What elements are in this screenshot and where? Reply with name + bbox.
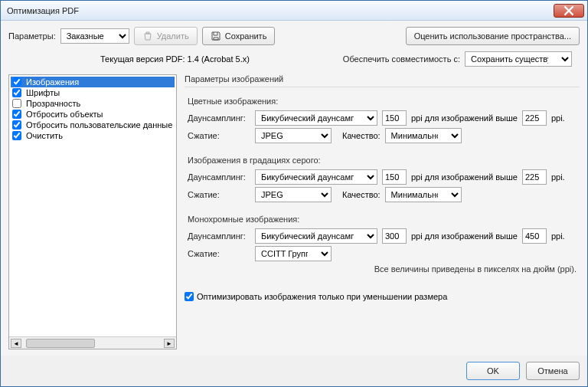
mono-dpi-input[interactable] — [382, 228, 407, 244]
sidebar-item[interactable]: Отбросить пользовательские данные — [11, 120, 175, 130]
params-label: Параметры: — [8, 31, 56, 41]
panel-title: Параметры изображений — [185, 74, 580, 84]
audit-button[interactable]: Оценить использование пространства... — [406, 27, 580, 45]
sidebar-item-checkbox[interactable] — [12, 88, 21, 97]
sidebar-item-checkbox[interactable] — [12, 131, 21, 140]
gray-dpi-input[interactable] — [382, 169, 407, 185]
color-quality-select[interactable]: Минимальное — [385, 128, 462, 143]
gray-compress-select[interactable]: JPEG — [255, 187, 332, 202]
save-icon — [211, 31, 221, 41]
sidebar-item[interactable]: Изображения — [11, 77, 175, 87]
window-title: Оптимизация PDF — [7, 6, 79, 15]
compress-label: Сжатие: — [188, 131, 250, 140]
color-dpi-input[interactable] — [382, 110, 407, 126]
color-downsample-select[interactable]: Бикубический даунсамплинг — [255, 110, 377, 126]
sidebar-item-label: Изображения — [26, 77, 79, 87]
mono-compress-select[interactable]: CCITT Группа 4 — [255, 246, 332, 261]
mono-above-input[interactable] — [522, 228, 547, 244]
close-icon — [564, 5, 574, 16]
compat-select[interactable]: Сохранить существующ — [465, 51, 572, 67]
color-compress-select[interactable]: JPEG — [255, 128, 332, 143]
downsample-label: Даунсамплинг: — [188, 113, 250, 123]
hscrollbar[interactable]: ◄ ► — [9, 336, 176, 349]
sidebar-item[interactable]: Отбросить объекты — [11, 109, 175, 120]
trash-icon — [142, 31, 153, 41]
sidebar-item-label: Очистить — [26, 131, 63, 140]
mono-downsample-select[interactable]: Бикубический даунсамплинг — [255, 228, 377, 244]
gray-downsample-select[interactable]: Бикубический даунсамплинг — [255, 169, 377, 185]
optimize-only-smaller-row[interactable]: Оптимизировать изображения только при ум… — [185, 292, 580, 301]
ppi-for-above-text: ppi для изображений выше — [411, 172, 518, 182]
pdf-version-text: Текущая версия PDF: 1.4 (Acrobat 5.x) — [100, 54, 250, 64]
sidebar-item-label: Отбросить объекты — [26, 110, 103, 119]
ppi-footnote: Все величины приведены в пикселях на дюй… — [188, 264, 577, 274]
optimize-only-smaller-checkbox[interactable] — [185, 292, 194, 301]
close-button[interactable] — [554, 4, 584, 18]
ppi-text: ppi. — [551, 172, 565, 182]
compress-label: Сжатие: — [188, 249, 250, 258]
quality-label: Качество: — [342, 190, 381, 199]
gray-above-input[interactable] — [522, 169, 547, 185]
color-above-input[interactable] — [522, 110, 547, 126]
ppi-text: ppi. — [551, 113, 565, 123]
sidebar-item-label: Прозрачность — [26, 99, 80, 108]
category-list-inner: ИзображенияШрифтыПрозрачностьОтбросить о… — [9, 75, 176, 336]
sidebar-item[interactable]: Очистить — [11, 130, 175, 141]
sidebar-item[interactable]: Прозрачность — [11, 98, 175, 109]
compress-label: Сжатие: — [188, 190, 250, 199]
dialog-window: Оптимизация PDF Параметры: Заказные Удал… — [0, 0, 588, 387]
scroll-right-arrow[interactable]: ► — [164, 339, 175, 348]
ok-button[interactable]: OK — [466, 362, 520, 380]
sidebar-item-checkbox[interactable] — [12, 120, 21, 130]
subheader: Текущая версия PDF: 1.4 (Acrobat 5.x) Об… — [8, 50, 580, 70]
quality-label: Качество: — [342, 131, 381, 140]
ppi-for-above-text: ppi для изображений выше — [411, 231, 518, 241]
settings-panel: Параметры изображений Цветные изображени… — [185, 74, 580, 349]
delete-button[interactable]: Удалить — [134, 27, 198, 45]
sidebar-item-checkbox[interactable] — [12, 110, 21, 119]
gray-heading: Изображения в градациях серого: — [188, 156, 577, 165]
sidebar-item-label: Шрифты — [26, 88, 60, 97]
scroll-thumb[interactable] — [26, 339, 95, 348]
sidebar-item-checkbox[interactable] — [12, 77, 21, 87]
downsample-label: Даунсамплинг: — [188, 231, 250, 241]
dialog-body: Параметры: Заказные Удалить Сохранить Оц… — [1, 21, 587, 356]
dialog-footer: OK Отмена — [1, 356, 587, 386]
toolbar: Параметры: Заказные Удалить Сохранить Оц… — [8, 27, 580, 45]
color-heading: Цветные изображения: — [188, 97, 577, 106]
compat-label: Обеспечить совместимость с: — [343, 54, 460, 64]
category-list: ИзображенияШрифтыПрозрачностьОтбросить о… — [8, 74, 177, 349]
sidebar-item-checkbox[interactable] — [12, 99, 21, 108]
sidebar-item-label: Отбросить пользовательские данные — [26, 120, 172, 130]
optimize-only-smaller-label: Оптимизировать изображения только при ум… — [197, 292, 447, 301]
sidebar-item[interactable]: Шрифты — [11, 87, 175, 98]
save-button[interactable]: Сохранить — [202, 27, 276, 45]
cancel-button[interactable]: Отмена — [526, 362, 580, 380]
ppi-for-above-text: ppi для изображений выше — [411, 113, 518, 123]
mono-heading: Монохромные изображения: — [188, 215, 577, 224]
gray-quality-select[interactable]: Минимальное — [385, 187, 462, 202]
ppi-text: ppi. — [551, 231, 565, 241]
params-select[interactable]: Заказные — [60, 28, 129, 44]
downsample-label: Даунсамплинг: — [188, 172, 250, 182]
scroll-left-arrow[interactable]: ◄ — [11, 339, 21, 348]
titlebar: Оптимизация PDF — [1, 1, 587, 21]
image-settings-group: Цветные изображения: Даунсамплинг: Бикуб… — [185, 87, 580, 283]
main-area: ИзображенияШрифтыПрозрачностьОтбросить о… — [8, 74, 580, 349]
